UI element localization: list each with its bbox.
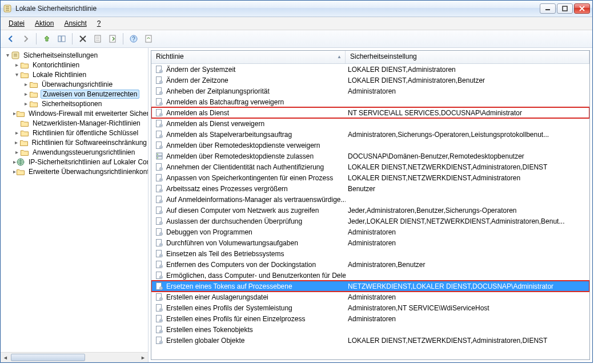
list-row[interactable]: Auf diesen Computer vom Netzwerk aus zug… [151, 205, 589, 216]
list-row[interactable]: Erstellen eines Tokenobjekts [151, 324, 589, 335]
list-row[interactable]: Durchführen von VolumewartungsaufgabenAd… [151, 237, 589, 248]
tree-item[interactable]: ▸Sicherheitsoptionen [1, 99, 148, 108]
list-row[interactable]: Anheben der ZeitplanungsprioritätAdminis… [151, 86, 589, 96]
folder-icon [16, 157, 25, 167]
list-row[interactable]: Ändern der ZeitzoneLOKALER DIENST,Admini… [151, 75, 589, 86]
folder-icon [20, 60, 29, 70]
tree[interactable]: ▾Sicherheitseinstellungen▸Kontorichtlini… [1, 48, 148, 352]
list-row[interactable]: Erstellen globaler ObjekteLOKALER DIENST… [151, 335, 589, 346]
show-hide-tree-button[interactable] [55, 32, 69, 46]
list-row[interactable]: Auslassen der durchsuchenden Überprüfung… [151, 216, 589, 227]
list-body[interactable]: Ändern der SystemzeitLOKALER DIENST,Admi… [151, 64, 589, 359]
menu-view[interactable]: Ansicht [59, 18, 91, 29]
list-row[interactable]: Ermöglichen, dass Computer- und Benutzer… [151, 270, 589, 281]
tree-item[interactable]: ▸Windows-Firewall mit erweiterter Sicher… [1, 108, 148, 118]
expand-icon[interactable]: ▸ [13, 130, 20, 136]
expand-icon[interactable]: ▾ [4, 52, 11, 58]
list-row[interactable]: Anmelden über Remotedesktopdienste verwe… [151, 140, 589, 151]
back-button[interactable] [4, 32, 18, 46]
row-value: LOKALER DIENST,NETZWERKDIENST,Administra… [346, 337, 589, 345]
expand-icon[interactable]: ▸ [13, 139, 19, 145]
list-row[interactable]: Erstellen eines Profils für einen Einzel… [151, 313, 589, 324]
tree-label: Lokale Richtlinien [31, 71, 87, 79]
up-button[interactable] [40, 32, 54, 46]
expand-icon[interactable]: ▸ [13, 149, 20, 155]
tree-root[interactable]: ▾Sicherheitseinstellungen [1, 50, 148, 60]
close-button[interactable] [574, 3, 590, 14]
tree-label: Netzwerklisten-Manager-Richtlinien [31, 119, 142, 127]
delete-button[interactable] [76, 32, 90, 46]
forward-button[interactable] [19, 32, 33, 46]
svg-rect-17 [12, 52, 19, 59]
menu-action[interactable]: Aktion [30, 18, 58, 29]
list-row[interactable]: Anmelden als DienstNT SERVICE\ALL SERVIC… [151, 107, 589, 118]
minimize-button[interactable] [540, 3, 556, 14]
tree-label: Kontorichtlinien [31, 61, 81, 69]
tree-label: Sicherheitseinstellungen [22, 51, 99, 59]
row-name: Auslassen der durchsuchenden Überprüfung [166, 217, 302, 225]
tree-hscrollbar[interactable]: ◄ ► [1, 352, 148, 362]
list-row[interactable]: Arbeitssatz eines Prozesses vergrößernBe… [151, 183, 589, 194]
tree-item[interactable]: ▸Erweiterte Überwachungsrichtlinienkonfi… [1, 167, 148, 176]
tree-item[interactable]: ▸IP-Sicherheitsrichtlinien auf Lokaler C… [1, 157, 148, 167]
properties-button[interactable] [91, 32, 105, 46]
list-row[interactable]: Debuggen von ProgrammenAdministratoren [151, 227, 589, 237]
expand-icon[interactable]: ▸ [13, 62, 20, 68]
row-name: Durchführen von Volumewartungsaufgaben [166, 239, 298, 247]
row-name: Auf Anmeldeinformations-Manager als vert… [166, 196, 346, 204]
titlebar[interactable]: Lokale Sicherheitsrichtlinie [1, 1, 592, 17]
refresh-button[interactable] [142, 32, 155, 46]
list-row[interactable]: Anpassen von Speicherkontingenten für ei… [151, 172, 589, 183]
list-row[interactable]: Annehmen der Clientidentität nach Authen… [151, 161, 589, 172]
maximize-button[interactable] [557, 3, 573, 14]
menu-help[interactable]: ? [93, 18, 106, 29]
list-row[interactable]: Anmelden als Batchauftrag verweigern [151, 96, 589, 107]
expand-icon[interactable]: ▸ [22, 91, 29, 97]
row-value: Administratoren [346, 293, 589, 301]
folder-icon [29, 90, 38, 99]
tree-item[interactable]: ▸Zuweisen von Benutzerrechten [1, 89, 148, 99]
row-name: Anmelden als Stapelverarbeitungsauftrag [166, 131, 292, 139]
row-name: Arbeitssatz eines Prozesses vergrößern [166, 185, 288, 193]
row-name: Erstellen eines Tokenobjekts [166, 326, 253, 334]
tree-item[interactable]: ▸Überwachungsrichtlinie [1, 79, 148, 89]
list-row[interactable]: Erstellen einer AuslagerungsdateiAdminis… [151, 292, 589, 302]
row-value: Benutzer [346, 185, 589, 193]
folder-icon [20, 70, 29, 79]
folder-icon [20, 119, 29, 128]
policy-icon [155, 130, 164, 139]
tree-item[interactable]: ▸Richtlinien für öffentliche Schlüssel [1, 128, 148, 137]
row-value: Jeder,Administratoren,Benutzer,Sicherung… [346, 207, 589, 215]
policy-icon [155, 108, 164, 118]
export-button[interactable] [106, 32, 119, 46]
row-name: Anpassen von Speicherkontingenten für ei… [166, 174, 333, 182]
list-row[interactable]: Einsetzen als Teil des Betriebssystems [151, 248, 589, 259]
menu-file[interactable]: Datei [4, 18, 29, 29]
list-row[interactable]: Auf Anmeldeinformations-Manager als vert… [151, 194, 589, 205]
list-row[interactable]: Anmelden als StapelverarbeitungsauftragA… [151, 129, 589, 140]
list-row[interactable]: Erstellen eines Profils der Systemleistu… [151, 302, 589, 313]
column-setting[interactable]: Sicherheitseinstellung [346, 51, 589, 63]
row-name: Anmelden als Dienst verweigern [166, 120, 264, 128]
tree-label: Richtlinien für öffentliche Schlüssel [31, 129, 139, 137]
list-row[interactable]: Anmelden als Dienst verweigern [151, 118, 589, 129]
help-button[interactable]: ? [127, 32, 141, 46]
list-row[interactable]: Entfernen des Computers von der Dockings… [151, 259, 589, 270]
policy-icon [155, 195, 164, 204]
list-row[interactable]: Ersetzen eines Tokens auf ProzessebeneNE… [151, 281, 589, 292]
list-row[interactable]: Ändern der SystemzeitLOKALER DIENST,Admi… [151, 64, 589, 75]
expand-icon[interactable]: ▸ [22, 81, 29, 87]
svg-point-38 [157, 157, 158, 158]
policy-icon [155, 304, 164, 313]
expand-icon[interactable]: ▾ [13, 71, 20, 78]
tree-item[interactable]: ▸Kontorichtlinien [1, 60, 148, 70]
tree-item[interactable]: ▾Lokale Richtlinien [1, 70, 148, 79]
app-window: Lokale Sicherheitsrichtlinie Datei Aktio… [0, 0, 593, 363]
list-row[interactable]: Anmelden über Remotedesktopdienste zulas… [151, 151, 589, 161]
tree-label: Zuweisen von Benutzerrechten [41, 90, 139, 99]
tree-item[interactable]: ▸Richtlinien für Softwareeinschränkung [1, 137, 148, 147]
tree-item[interactable]: Netzwerklisten-Manager-Richtlinien [1, 118, 148, 128]
column-policy[interactable]: Richtlinie▲ [151, 51, 346, 63]
expand-icon[interactable]: ▸ [22, 100, 29, 107]
tree-item[interactable]: ▸Anwendungssteuerungsrichtlinien [1, 147, 148, 157]
